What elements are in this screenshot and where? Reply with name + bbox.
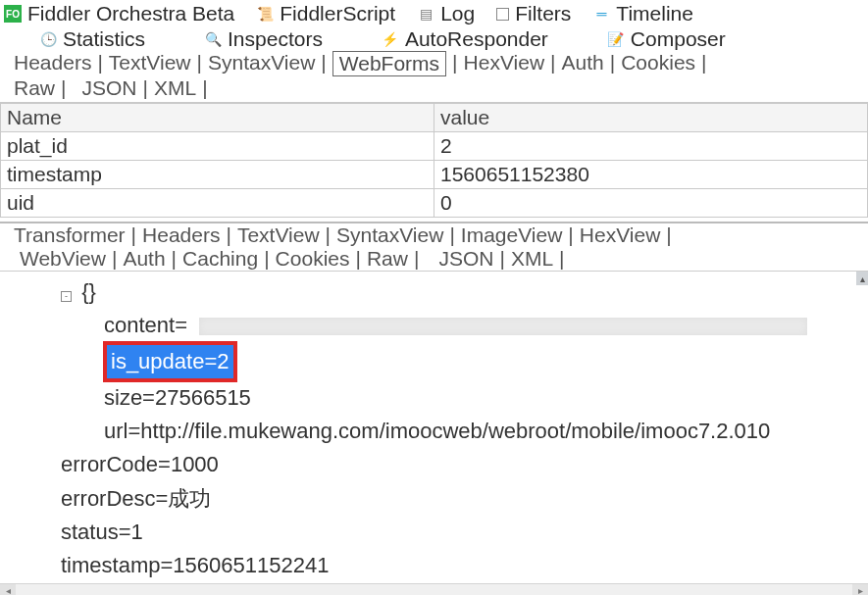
tree-node-label: errorCode=1000 xyxy=(61,452,219,476)
subtab-auth[interactable]: Auth xyxy=(123,247,165,271)
subtab-raw[interactable]: Raw xyxy=(14,76,55,100)
webforms-table: Name value plat_id 2 timestamp 156065115… xyxy=(0,103,868,218)
statistics-icon: 🕒 xyxy=(39,30,57,48)
subtab-imageview[interactable]: ImageView xyxy=(461,223,563,247)
separator: | xyxy=(499,247,504,271)
tab-label: Composer xyxy=(631,27,726,51)
scroll-up-icon[interactable]: ▴ xyxy=(856,272,868,285)
subtab-textview[interactable]: TextView xyxy=(109,51,191,76)
subtab-webview[interactable]: WebView xyxy=(20,247,106,271)
subtab-xml[interactable]: XML xyxy=(154,76,196,100)
composer-icon: 📝 xyxy=(607,30,625,48)
separator: | xyxy=(226,223,230,247)
table-row[interactable]: timestamp 1560651152380 xyxy=(1,161,868,189)
separator: | xyxy=(326,223,331,247)
table-row[interactable]: uid 0 xyxy=(1,189,868,218)
tree-node-label: url=http://file.mukewang.com/imoocweb/we… xyxy=(104,419,770,443)
orchestra-icon: FO xyxy=(4,5,22,23)
tree-node-is-update[interactable]: is_update=2 xyxy=(104,342,864,381)
separator: | xyxy=(97,51,102,76)
collapse-icon[interactable]: - xyxy=(61,291,72,302)
separator: | xyxy=(172,247,177,271)
webforms-table-wrap: Name value plat_id 2 timestamp 156065115… xyxy=(0,102,868,218)
subtab-transformer[interactable]: Transformer xyxy=(14,223,126,247)
tab-label: Statistics xyxy=(63,27,145,51)
subtab-xml[interactable]: XML xyxy=(511,247,553,271)
tab-fiddlerscript[interactable]: 📜 FiddlerScript xyxy=(256,2,395,25)
subtab-auth[interactable]: Auth xyxy=(562,51,604,76)
response-section: Transformer | Headers | TextView | Synta… xyxy=(0,222,868,595)
json-tree-view[interactable]: ▴ - {} content= is_update=2 size=2756651… xyxy=(0,272,868,583)
tree-node[interactable]: content= xyxy=(104,309,864,342)
subtab-caching[interactable]: Caching xyxy=(182,247,258,271)
tree-node-label: size=27566515 xyxy=(104,385,251,410)
scroll-right-icon[interactable]: ▸ xyxy=(852,584,868,595)
table-row[interactable]: plat_id 2 xyxy=(1,132,868,161)
separator: | xyxy=(264,247,269,271)
subtab-cookies[interactable]: Cookies xyxy=(621,51,695,76)
subtab-syntaxview[interactable]: SyntaxView xyxy=(208,51,315,76)
col-name[interactable]: Name xyxy=(1,104,434,132)
col-value[interactable]: value xyxy=(434,104,868,132)
tab-label: Inspectors xyxy=(228,27,323,51)
subtab-headers[interactable]: Headers xyxy=(142,223,220,247)
response-subtabs: Transformer | Headers | TextView | Synta… xyxy=(0,223,868,247)
tab-label: Fiddler Orchestra Beta xyxy=(27,2,234,25)
timeline-icon: ═ xyxy=(592,5,610,23)
separator: | xyxy=(452,51,457,76)
log-icon: ▤ xyxy=(417,5,434,23)
subtab-hexview[interactable]: HexView xyxy=(464,51,544,76)
cell-value: 1560651152380 xyxy=(434,161,868,189)
tree-node[interactable]: errorCode=1000 xyxy=(61,448,864,481)
separator: | xyxy=(202,76,207,100)
subtab-webforms[interactable]: WebForms xyxy=(332,51,446,76)
separator: | xyxy=(131,223,136,247)
inspectors-icon: 🔍 xyxy=(204,30,222,48)
tab-statistics[interactable]: 🕒 Statistics xyxy=(39,27,145,51)
subtab-hexview[interactable]: HexView xyxy=(580,223,660,247)
tree-node-label: content= xyxy=(104,313,187,337)
subtab-cookies[interactable]: Cookies xyxy=(276,247,350,271)
tree-node[interactable]: size=27566515 xyxy=(104,381,864,415)
separator: | xyxy=(61,76,66,100)
tab-autoresponder[interactable]: ⚡ AutoResponder xyxy=(382,27,548,51)
separator: | xyxy=(449,223,454,247)
tree-node[interactable]: status=1 xyxy=(61,516,864,549)
separator: | xyxy=(197,51,202,76)
tree-node[interactable]: url=http://file.mukewang.com/imoocweb/we… xyxy=(104,415,864,448)
tree-node-label: status=1 xyxy=(61,520,143,544)
subtab-raw[interactable]: Raw xyxy=(367,247,408,271)
tab-orchestra[interactable]: FO Fiddler Orchestra Beta xyxy=(4,2,234,25)
main-tabs-row-2: 🕒 Statistics 🔍 Inspectors ⚡ AutoResponde… xyxy=(0,25,868,51)
scroll-left-icon[interactable]: ◂ xyxy=(0,584,16,595)
subtab-headers[interactable]: Headers xyxy=(14,51,91,76)
subtab-json[interactable]: JSON xyxy=(438,247,493,271)
cell-value: 2 xyxy=(434,132,868,161)
tab-log[interactable]: ▤ Log xyxy=(417,2,475,25)
tab-label: Log xyxy=(440,2,475,25)
tab-label: Timeline xyxy=(616,2,693,25)
tree-node[interactable]: errorDesc=成功 xyxy=(61,482,864,516)
tab-label: FiddlerScript xyxy=(280,2,395,25)
horizontal-scrollbar[interactable]: ◂ ▸ xyxy=(0,583,868,595)
tree-node-label: {} xyxy=(81,279,96,304)
redacted-content xyxy=(199,318,807,335)
separator: | xyxy=(701,51,706,76)
tab-timeline[interactable]: ═ Timeline xyxy=(592,2,693,25)
cell-name: uid xyxy=(1,189,434,218)
subtab-textview[interactable]: TextView xyxy=(237,223,320,247)
tree-node[interactable]: timestamp=1560651152241 xyxy=(61,549,864,582)
tab-composer[interactable]: 📝 Composer xyxy=(607,27,726,51)
subtab-json[interactable]: JSON xyxy=(81,76,136,100)
response-subtabs-row2: WebView | Auth | Caching | Cookies | Raw… xyxy=(0,247,868,271)
tab-filters[interactable]: Filters xyxy=(496,2,571,25)
separator: | xyxy=(414,247,419,271)
tab-inspectors[interactable]: 🔍 Inspectors xyxy=(204,27,323,51)
separator: | xyxy=(568,223,573,247)
separator: | xyxy=(666,223,671,247)
tree-root[interactable]: - {} xyxy=(61,275,864,309)
autoresponder-icon: ⚡ xyxy=(382,30,399,48)
main-tabs-row-1: FO Fiddler Orchestra Beta 📜 FiddlerScrip… xyxy=(0,0,868,25)
subtab-syntaxview[interactable]: SyntaxView xyxy=(336,223,443,247)
cell-value: 0 xyxy=(434,189,868,218)
